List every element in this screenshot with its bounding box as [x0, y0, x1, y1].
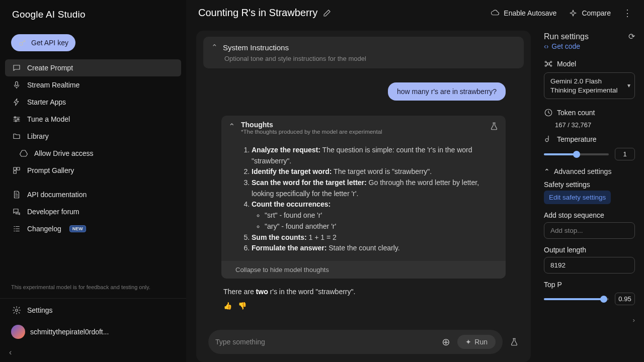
model-icon: [544, 59, 553, 68]
system-instructions-placeholder: Optional tone and style instructions for…: [211, 52, 516, 62]
code-icon: ‹›: [544, 42, 548, 50]
get-code-link[interactable]: ‹› Get code: [544, 42, 635, 50]
avatar: [11, 325, 25, 339]
sidebar-item-label: Allow Drive access: [34, 149, 93, 157]
user-account-row[interactable]: schmittythepiratel0rdoft...: [0, 320, 186, 346]
main-panel: Counting R's in Strawberry Enable Autosa…: [186, 0, 644, 362]
run-settings-title: Run settings: [544, 32, 589, 41]
svg-rect-5: [14, 167, 16, 170]
top-p-slider[interactable]: [544, 298, 609, 300]
sidebar-item-label: Changelog: [27, 225, 61, 233]
sidebar-item-changelog[interactable]: Changelog NEW: [5, 220, 181, 237]
run-settings-panel: Run settings ⟳ ‹› Get code Model Gemini …: [541, 26, 644, 362]
mic-icon: [12, 80, 21, 89]
get-code-label: Get code: [551, 42, 580, 50]
chevron-down-icon: ▾: [627, 82, 630, 90]
stop-sequence-input[interactable]: Add stop...: [544, 222, 635, 239]
output-length-label: Output length: [544, 246, 635, 254]
autosave-label: Enable Autosave: [504, 9, 556, 17]
sidebar-item-allow-drive[interactable]: Allow Drive access: [5, 145, 181, 162]
model-select[interactable]: Gemini 2.0 Flash Thinking Experimental ▾: [544, 72, 635, 99]
thumbs-up-button[interactable]: 👍: [223, 302, 232, 310]
settings-label: Settings: [27, 306, 53, 314]
more-menu-button[interactable]: ⋮: [623, 8, 632, 19]
add-attachment-button[interactable]: ⊕: [442, 336, 450, 348]
sidebar-item-label: Developer forum: [27, 208, 79, 216]
sidebar-item-label: Stream Realtime: [27, 81, 79, 89]
thoughts-panel: ⌃ Thoughts *The thoughts produced by the…: [221, 116, 506, 279]
cloud-icon: [491, 9, 500, 18]
thoughts-content: Analyze the request: The question is sim…: [221, 140, 506, 261]
thoughts-header[interactable]: ⌃ Thoughts *The thoughts produced by the…: [221, 116, 506, 140]
app-logo: Google AI Studio: [0, 0, 186, 27]
sidebar-item-tune-model[interactable]: Tune a Model: [5, 111, 181, 128]
sidebar-item-api-docs[interactable]: API documentation: [5, 186, 181, 203]
prompt-placeholder: Type something: [215, 338, 439, 346]
sparkle-icon: [569, 9, 578, 18]
api-key-label: Get API key: [31, 39, 68, 47]
temperature-slider[interactable]: [544, 153, 609, 155]
flask-icon[interactable]: [510, 337, 519, 346]
collapse-sidebar-button[interactable]: ‹: [9, 348, 12, 357]
thermometer-icon: [544, 135, 553, 144]
advanced-settings-toggle[interactable]: ⌃ Advanced settings: [544, 167, 635, 175]
svg-rect-6: [17, 167, 20, 170]
sidebar-item-forum[interactable]: Developer forum: [5, 203, 181, 220]
new-badge: NEW: [69, 225, 86, 232]
folder-icon: [12, 132, 21, 141]
user-message: how many r's are in strawberry?: [388, 82, 506, 101]
compare-button[interactable]: Compare: [569, 9, 611, 18]
temperature-value[interactable]: 1: [615, 148, 635, 160]
sidebar-item-label: Starter Apps: [27, 98, 66, 106]
svg-point-8: [16, 309, 18, 312]
top-p-value[interactable]: 0.95: [615, 293, 635, 305]
prompt-input[interactable]: Type something ⊕ ✦ Run: [208, 330, 503, 354]
stop-sequence-label: Add stop sequence: [544, 211, 635, 219]
sidebar: Google AI Studio Get API key Create Prom…: [0, 0, 186, 362]
sidebar-item-starter-apps[interactable]: Starter Apps: [5, 94, 181, 111]
experimental-note: This experimental model is for feedback …: [0, 279, 186, 296]
thoughts-title: Thoughts: [241, 121, 382, 129]
token-icon: [544, 108, 553, 117]
lightning-icon: [12, 98, 21, 107]
get-api-key-button[interactable]: Get API key: [11, 34, 75, 51]
run-button[interactable]: ✦ Run: [457, 335, 496, 349]
sidebar-item-label: Prompt Gallery: [27, 166, 74, 174]
flask-icon: [490, 122, 499, 131]
token-label: Token count: [557, 109, 595, 117]
edit-title-icon[interactable]: [323, 9, 332, 18]
sidebar-item-label: Library: [27, 132, 49, 140]
system-instructions-panel[interactable]: ⌃ System Instructions Optional tone and …: [203, 37, 524, 68]
gallery-icon: [12, 166, 21, 175]
chat-icon: [12, 63, 21, 72]
system-instructions-title: System Instructions: [223, 43, 289, 52]
key-icon: [18, 38, 27, 47]
svg-rect-7: [14, 171, 16, 173]
chat-card: ⌃ System Instructions Optional tone and …: [196, 31, 531, 362]
sidebar-item-label: API documentation: [27, 191, 87, 199]
collapse-thoughts-button[interactable]: Collapse to hide model thoughts: [221, 261, 506, 279]
sliders-icon: [12, 115, 21, 124]
collapse-panel-button[interactable]: ›: [633, 316, 635, 324]
top-p-label: Top P: [544, 281, 635, 289]
sidebar-item-label: Create Prompt: [27, 64, 73, 72]
thumbs-down-button[interactable]: 👎: [238, 302, 247, 310]
gear-icon: [12, 306, 21, 315]
sidebar-item-label: Tune a Model: [27, 115, 70, 123]
drive-icon: [19, 149, 28, 158]
sidebar-item-prompt-gallery[interactable]: Prompt Gallery: [5, 162, 181, 179]
compare-label: Compare: [582, 9, 611, 17]
model-label: Model: [557, 60, 576, 68]
edit-safety-button[interactable]: Edit safety settings: [544, 191, 611, 204]
sidebar-item-create-prompt[interactable]: Create Prompt: [5, 59, 181, 76]
refresh-icon[interactable]: ⟳: [628, 32, 635, 41]
sidebar-item-settings[interactable]: Settings: [0, 301, 186, 320]
chevron-up-icon: ⌃: [211, 43, 218, 52]
enable-autosave-button[interactable]: Enable Autosave: [491, 9, 556, 18]
svg-rect-1: [16, 81, 18, 85]
output-length-input[interactable]: 8192: [544, 257, 635, 274]
username-label: schmittythepiratel0rdoft...: [30, 328, 109, 336]
model-value: Gemini 2.0 Flash Thinking Experimental: [550, 77, 618, 94]
sidebar-item-stream-realtime[interactable]: Stream Realtime: [5, 76, 181, 94]
sidebar-item-library[interactable]: Library: [5, 128, 181, 145]
